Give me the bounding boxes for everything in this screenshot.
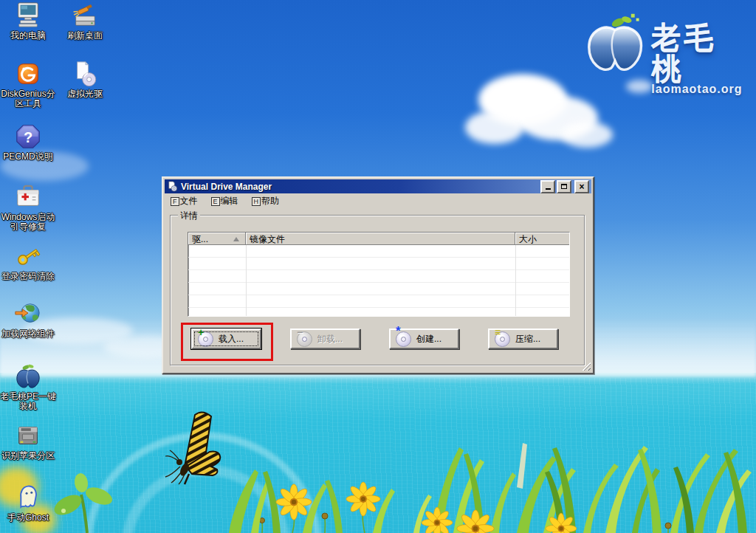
pe-install-icon xyxy=(14,362,42,391)
window-icon xyxy=(167,181,178,192)
menu-accel: E xyxy=(211,197,220,206)
my-computer-icon xyxy=(14,1,42,30)
close-icon: × xyxy=(579,183,584,190)
compress-button-label: 压缩... xyxy=(515,333,540,345)
cd-load-icon: + xyxy=(198,331,213,347)
apple-partition-icon xyxy=(14,422,42,450)
list-header: 驱... 镜像文件 大小 xyxy=(188,233,569,245)
desktop-icon-label: PECMD说明 xyxy=(3,152,52,162)
plus-badge-icon: + xyxy=(198,327,204,337)
desktop-icon-label: Windows启动引导修复 xyxy=(0,213,59,232)
asterisk-badge-icon: * xyxy=(396,326,401,337)
window-title: Virtual Drive Manager xyxy=(181,182,539,192)
unload-button[interactable]: − 卸载... xyxy=(290,329,360,349)
create-button[interactable]: * 创建... xyxy=(389,329,459,349)
sort-ascending-icon xyxy=(233,237,239,241)
menu-edit[interactable]: E 编辑 xyxy=(210,194,240,208)
cd-create-icon: * xyxy=(396,331,411,347)
desktop-icon-label: 登录密码清除 xyxy=(1,272,55,281)
cloud xyxy=(465,111,524,144)
menu-help[interactable]: H 帮助 xyxy=(250,194,281,208)
cloud xyxy=(626,80,653,93)
desktop-icon-label: 识别苹果分区 xyxy=(1,451,55,461)
svg-text:?: ? xyxy=(24,129,32,145)
cd-unload-icon: − xyxy=(297,331,312,347)
desktop-icon-label: 虚拟光驱 xyxy=(67,89,103,99)
load-button-label: 载入... xyxy=(219,333,244,345)
desktop: 老毛桃 laomaotao.org 我的电脑 刷新桌面 xyxy=(0,0,756,533)
pecmd-help-icon: ? xyxy=(14,123,42,151)
cd-compress-icon: ≡ xyxy=(495,331,510,347)
peach-logo-icon xyxy=(580,12,650,80)
menu-accel: H xyxy=(252,197,261,206)
refresh-desktop-icon xyxy=(71,1,99,30)
image-list-view[interactable]: 驱... 镜像文件 大小 xyxy=(188,232,570,317)
column-separator xyxy=(246,245,247,316)
desktop-icon-boot-repair[interactable]: Windows启动引导修复 xyxy=(0,183,59,232)
menu-file[interactable]: F 文件 xyxy=(169,194,199,208)
desktop-icon-label: 刷新桌面 xyxy=(67,31,103,41)
close-button[interactable]: × xyxy=(574,180,589,193)
load-button[interactable]: + 载入... xyxy=(191,329,261,349)
column-separator xyxy=(515,245,516,316)
desktop-icon-label: 加载网络组件 xyxy=(1,329,55,339)
sprout-plant xyxy=(49,467,123,533)
boot-repair-icon xyxy=(14,183,42,211)
unload-button-label: 卸载... xyxy=(317,333,343,345)
column-header-drive[interactable]: 驱... xyxy=(188,233,246,245)
menu-label: 文件 xyxy=(180,195,198,207)
desktop-icon-apple-partition[interactable]: 识别苹果分区 xyxy=(0,422,59,461)
password-clear-icon xyxy=(14,242,42,270)
menu-accel: F xyxy=(171,197,179,206)
virtual-drive-manager-window: Virtual Drive Manager × F 文件 E 编辑 H 帮助 详… xyxy=(162,176,594,374)
manual-ghost-icon xyxy=(14,484,42,512)
create-button-label: 创建... xyxy=(416,333,441,345)
butterfly xyxy=(159,408,233,487)
compress-button[interactable]: ≡ 压缩... xyxy=(488,329,558,349)
desktop-icon-pecmd-help[interactable]: ? PECMD说明 xyxy=(0,123,59,162)
desktop-icon-label: DiskGenius分区工具 xyxy=(0,89,59,109)
logo-url: laomaotao.org xyxy=(651,83,747,96)
desktop-icon-label: 老毛桃PE一键装机 xyxy=(0,392,59,411)
desktop-icon-pe-install[interactable]: 老毛桃PE一键装机 xyxy=(0,362,59,411)
desktop-icon-diskgenius[interactable]: DiskGenius分区工具 xyxy=(0,60,59,109)
lines-badge-icon: ≡ xyxy=(495,327,501,337)
logo-title: 老毛桃 xyxy=(651,22,747,84)
desktop-icon-ghost[interactable]: 手动Ghost xyxy=(0,484,59,523)
laomaotao-logo: 老毛桃 laomaotao.org xyxy=(580,12,747,80)
desktop-icon-label: 我的电脑 xyxy=(10,31,46,41)
desktop-icon-virtual-cd[interactable]: 虚拟光驱 xyxy=(54,60,116,99)
minimize-button[interactable] xyxy=(540,180,555,193)
cloud xyxy=(561,122,613,148)
virtual-cd-icon xyxy=(71,60,99,88)
desktop-icon-label: 手动Ghost xyxy=(7,513,49,523)
groupbox-label: 详情 xyxy=(178,210,200,222)
title-bar[interactable]: Virtual Drive Manager × xyxy=(165,179,591,193)
column-header-size[interactable]: 大小 xyxy=(515,233,569,245)
menu-label: 编辑 xyxy=(221,195,238,207)
desktop-icon-network[interactable]: 加载网络组件 xyxy=(0,300,59,339)
menu-bar: F 文件 E 编辑 H 帮助 xyxy=(165,194,591,208)
minus-badge-icon: − xyxy=(297,327,303,337)
desktop-icon-password-clear[interactable]: 登录密码清除 xyxy=(0,242,59,281)
desktop-icon-my-computer[interactable]: 我的电脑 xyxy=(0,1,59,41)
column-header-image-file[interactable]: 镜像文件 xyxy=(246,233,515,245)
minimize-icon xyxy=(546,188,551,190)
list-body xyxy=(188,245,569,316)
menu-label: 帮助 xyxy=(261,195,279,207)
desktop-icon-refresh-desktop[interactable]: 刷新桌面 xyxy=(54,1,116,41)
maximize-button[interactable] xyxy=(557,180,571,193)
diskgenius-icon xyxy=(14,60,42,88)
maximize-icon xyxy=(561,184,567,189)
network-components-icon xyxy=(14,300,42,328)
